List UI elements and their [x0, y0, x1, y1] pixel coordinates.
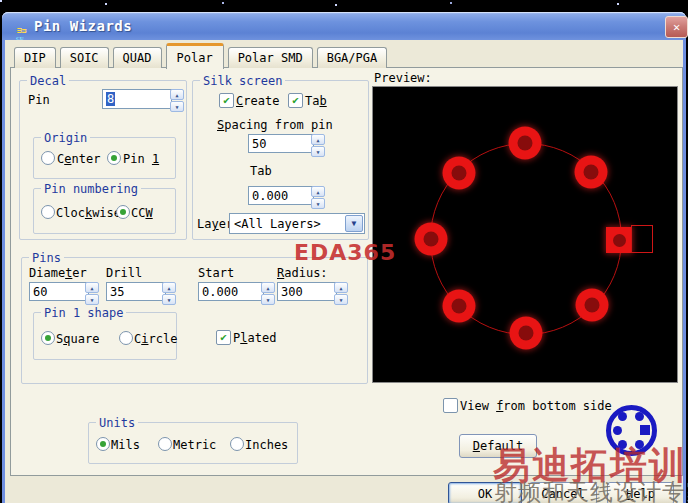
spacing-stepper[interactable]: ▲ ▼ — [311, 134, 325, 157]
numbering-clockwise-radio[interactable] — [41, 205, 55, 219]
preview-pad-round — [443, 157, 476, 190]
shape-circle-radio[interactable] — [119, 331, 133, 345]
pins-group-label: Pins — [29, 251, 64, 265]
preview-pad-round — [510, 317, 543, 350]
tab-dip[interactable]: DIP — [14, 47, 56, 68]
tab-polar-smd[interactable]: Polar SMD — [228, 47, 313, 68]
units-metric-label: Metric — [173, 438, 216, 452]
preview-canvas — [372, 86, 678, 383]
window-title: Pin Wizards — [34, 18, 132, 34]
tab-quad[interactable]: QUAD — [113, 47, 162, 68]
preview-pad-tab-outline — [631, 225, 653, 253]
diameter-label: Diameter — [29, 266, 87, 280]
plated-checkbox-label: Plated — [233, 331, 276, 345]
view-bottom-label: View from bottom side — [460, 399, 612, 413]
origin-group-label: Origin — [41, 131, 90, 145]
drill-input[interactable]: 35 — [106, 282, 166, 301]
desktop-background-dots — [0, 0, 2, 2]
numbering-ccw-radio[interactable] — [116, 205, 130, 219]
pin-count-value: 8 — [106, 92, 115, 106]
layer-dropdown[interactable]: <All Layers> ▼ — [229, 213, 365, 234]
spin-up-icon[interactable]: ▲ — [311, 186, 325, 197]
origin-center-radio[interactable] — [41, 151, 55, 165]
spin-down-icon[interactable]: ▼ — [311, 198, 325, 209]
preview-pad-round — [415, 223, 448, 256]
diameter-input[interactable]: 60 — [29, 282, 89, 301]
radius-label: Radius: — [277, 266, 328, 280]
chevron-down-icon[interactable]: ▼ — [345, 215, 363, 232]
spin-up-icon[interactable]: ▲ — [162, 282, 176, 293]
shape-square-label: Square — [56, 332, 99, 346]
start-stepper[interactable]: ▲ ▼ — [261, 282, 275, 305]
plated-checkbox[interactable]: ✔ — [216, 330, 231, 345]
spin-down-icon[interactable]: ▼ — [170, 101, 184, 112]
drill-label: Drill — [106, 266, 142, 280]
cancel-button[interactable]: Cancel — [529, 482, 597, 503]
tab-polar[interactable]: Polar — [166, 43, 224, 69]
diameter-stepper[interactable]: ▲ ▼ — [85, 282, 99, 305]
preview-pad-square — [606, 227, 632, 253]
spin-down-icon[interactable]: ▼ — [162, 294, 176, 305]
spin-down-icon[interactable]: ▼ — [311, 146, 325, 157]
radius-input[interactable]: 300 — [277, 282, 337, 301]
tab-strip: DIP SOIC QUAD Polar Polar SMD BGA/PGA — [14, 44, 387, 68]
spin-up-icon[interactable]: ▲ — [334, 282, 348, 293]
units-metric-radio[interactable] — [158, 437, 172, 451]
spacing-from-pin-label: Spacing from pin — [217, 118, 333, 132]
shape-square-radio[interactable] — [41, 331, 55, 345]
preview-pad-round — [443, 290, 476, 323]
checkmark-icon: ✔ — [292, 94, 299, 107]
spin-down-icon[interactable]: ▼ — [261, 294, 275, 305]
origin-pin1-radio[interactable] — [107, 151, 121, 165]
tab-checkbox-label: Tab — [305, 94, 327, 108]
silk-screen-group-label: Silk screen — [200, 74, 285, 88]
tab-checkbox[interactable]: ✔ — [288, 93, 303, 108]
start-label: Start — [198, 266, 234, 280]
start-input[interactable]: 0.000 — [198, 282, 264, 301]
default-button[interactable]: Default — [459, 434, 537, 458]
spacing-input[interactable]: 50 — [248, 134, 314, 153]
units-group-label: Units — [96, 416, 138, 430]
spin-up-icon[interactable]: ▲ — [311, 134, 325, 145]
preview-pad-round — [509, 127, 542, 160]
layer-label: Layer — [197, 217, 233, 231]
spin-down-icon[interactable]: ▼ — [334, 294, 348, 305]
create-checkbox-label: Create — [236, 94, 279, 108]
radius-stepper[interactable]: ▲ ▼ — [334, 282, 348, 305]
origin-center-label: Center — [57, 152, 100, 166]
pin1-shape-group-label: Pin 1 shape — [41, 306, 126, 320]
close-icon: ✕ — [673, 20, 680, 34]
layer-dropdown-value: <All Layers> — [234, 217, 321, 231]
ok-button[interactable]: OK — [448, 482, 522, 503]
spin-down-icon[interactable]: ▼ — [85, 294, 99, 305]
silk-tab-label: Tab — [250, 164, 272, 178]
origin-pin1-label: Pin 1 — [123, 152, 159, 166]
shape-circle-label: Circle — [134, 332, 177, 346]
spin-up-icon[interactable]: ▲ — [261, 282, 275, 293]
units-inches-radio[interactable] — [230, 437, 244, 451]
units-inches-label: Inches — [245, 438, 288, 452]
tab-bga-pga[interactable]: BGA/PGA — [317, 47, 388, 68]
spin-up-icon[interactable]: ▲ — [85, 282, 99, 293]
checkmark-icon: ✔ — [220, 331, 227, 344]
pin-count-input[interactable]: 8 — [102, 89, 172, 109]
spin-up-icon[interactable]: ▲ — [170, 89, 184, 100]
units-mils-radio[interactable] — [96, 437, 110, 451]
view-bottom-checkbox[interactable] — [443, 398, 458, 413]
tab-soic[interactable]: SOIC — [60, 47, 109, 68]
units-mils-label: Mils — [111, 438, 140, 452]
pin-count-label: Pin — [28, 93, 50, 107]
silk-tab-stepper[interactable]: ▲ ▼ — [311, 186, 325, 209]
preview-pad-round — [576, 289, 609, 322]
close-button[interactable]: ✕ — [665, 16, 688, 38]
numbering-clockwise-label: Clockwise — [56, 206, 121, 220]
help-button[interactable]: Help — [607, 482, 674, 503]
drill-stepper[interactable]: ▲ ▼ — [162, 282, 176, 305]
polar-pattern-logo-icon — [604, 403, 659, 458]
window-icon — [17, 29, 33, 45]
create-checkbox[interactable]: ✔ — [219, 93, 234, 108]
numbering-ccw-label: CCW — [131, 206, 153, 220]
silk-tab-input[interactable]: 0.000 — [248, 186, 314, 205]
preview-pad-round — [575, 156, 608, 189]
pin-count-stepper[interactable]: ▲ ▼ — [170, 89, 184, 112]
